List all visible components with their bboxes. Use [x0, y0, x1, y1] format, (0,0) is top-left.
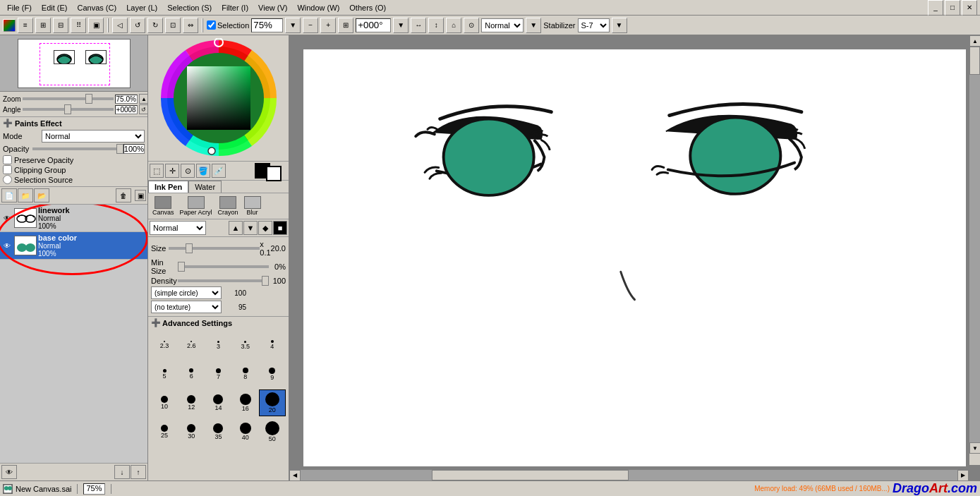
- dot-9[interactable]: 9: [259, 361, 286, 387]
- color-rgb-btn[interactable]: [3, 19, 16, 32]
- mode-select[interactable]: Normal: [42, 130, 145, 143]
- blend-mode-select[interactable]: Normal: [481, 18, 524, 32]
- density-slider[interactable]: [178, 279, 269, 282]
- view-btn1[interactable]: ≡: [18, 18, 33, 33]
- color-picker-indicator[interactable]: [208, 147, 215, 155]
- brush-shape-select[interactable]: (simple circle): [151, 286, 222, 299]
- brush-cat-crayon[interactable]: Crayon: [215, 195, 241, 217]
- v-scroll-down-btn[interactable]: ▼: [969, 442, 980, 454]
- stabilizer-select[interactable]: S-7: [578, 18, 610, 32]
- dot-35[interactable]: 35: [205, 418, 231, 442]
- dot-8[interactable]: 8: [232, 361, 259, 387]
- dot-10[interactable]: 10: [151, 389, 178, 416]
- window-minimize[interactable]: _: [928, 0, 943, 16]
- dot-16[interactable]: 16: [232, 389, 259, 416]
- selection-checkbox-label[interactable]: Selection: [207, 20, 249, 30]
- h-scroll-right-btn[interactable]: ▶: [957, 470, 969, 481]
- stabilizer-down-btn[interactable]: ▼: [612, 18, 627, 33]
- brush-texture-select[interactable]: (no texture): [151, 301, 222, 313]
- clipping-group-checkbox[interactable]: [3, 165, 12, 174]
- rotate-right[interactable]: ↻: [147, 18, 163, 33]
- v-scroll-up-btn[interactable]: ▲: [969, 35, 980, 47]
- view-btn2[interactable]: ⊞: [35, 18, 51, 33]
- bucket-tool-btn[interactable]: 🪣: [196, 164, 210, 178]
- brush-cat-paper[interactable]: Paper Acryl: [177, 195, 215, 217]
- layer-mode-btn[interactable]: ▣: [135, 190, 146, 201]
- h-scroll-left-btn[interactable]: ◀: [289, 470, 301, 481]
- canvas-area[interactable]: ▲ ▼ ◀ ▶: [289, 35, 980, 480]
- advanced-settings-header[interactable]: ➕ Advanced Settings: [151, 318, 286, 327]
- view-btn4[interactable]: ⠿: [71, 18, 86, 33]
- eyedrop-tool-btn[interactable]: 💉: [212, 164, 226, 178]
- menu-others[interactable]: Others (O): [345, 2, 390, 13]
- delete-layer-btn[interactable]: 🗑: [116, 188, 131, 202]
- layer-eye-linework[interactable]: 👁: [1, 212, 13, 224]
- blend-down-btn[interactable]: ▼: [526, 18, 541, 33]
- menu-view[interactable]: View (V): [254, 2, 291, 13]
- dot-2.6[interactable]: 2.6: [178, 332, 205, 358]
- canvas-settings[interactable]: ⊙: [464, 18, 479, 33]
- dot-50[interactable]: 50: [259, 418, 286, 442]
- dot-12[interactable]: 12: [178, 389, 205, 416]
- zoom-down-btn[interactable]: ▼: [285, 18, 301, 33]
- dot-6[interactable]: 6: [178, 361, 205, 387]
- menu-canvas[interactable]: Canvas (C): [73, 2, 121, 13]
- new-layer-btn[interactable]: 📄: [1, 188, 17, 202]
- menu-window[interactable]: Window (W): [293, 2, 344, 13]
- color-wheel-svg[interactable]: [159, 38, 279, 158]
- dot-5[interactable]: 5: [151, 361, 178, 387]
- view-fit[interactable]: ⊡: [165, 18, 181, 33]
- preserve-opacity-checkbox[interactable]: [3, 155, 12, 164]
- brush-shape-btn1[interactable]: ▲: [229, 221, 243, 235]
- zoom-plus-btn[interactable]: +: [320, 18, 336, 33]
- layer-item-basecolor[interactable]: 👁 base color Normal 100%: [0, 232, 147, 260]
- canvas-reset[interactable]: ⌂: [446, 18, 461, 33]
- menu-layer[interactable]: Layer (L): [122, 2, 162, 13]
- layer-down-btn[interactable]: ↓: [114, 465, 130, 479]
- canvas-flip-v[interactable]: ↕: [428, 18, 444, 33]
- brush-shape-btn3[interactable]: ◆: [258, 221, 272, 235]
- dot-25[interactable]: 25: [151, 418, 178, 442]
- dot-20[interactable]: 20: [259, 389, 286, 416]
- dot-30[interactable]: 30: [178, 418, 205, 442]
- size-slider[interactable]: [169, 247, 260, 250]
- dot-7[interactable]: 7: [205, 361, 231, 387]
- rotate-left[interactable]: ↺: [130, 18, 145, 33]
- menu-file[interactable]: File (F): [3, 2, 36, 13]
- tab-ink-pen[interactable]: Ink Pen: [148, 181, 188, 193]
- view-flip[interactable]: ⇔: [183, 18, 198, 33]
- menu-filter[interactable]: Filter (I): [217, 2, 253, 13]
- menu-edit[interactable]: Edit (E): [37, 2, 72, 13]
- dot-40[interactable]: 40: [232, 418, 259, 442]
- background-color[interactable]: [266, 166, 282, 181]
- window-maximize[interactable]: □: [945, 0, 960, 16]
- nav-back[interactable]: ◁: [112, 18, 128, 33]
- dot-4[interactable]: 4: [259, 332, 286, 358]
- layer-up-btn[interactable]: ↑: [131, 465, 146, 479]
- zoom-input[interactable]: [251, 18, 283, 32]
- zoom-slider[interactable]: [23, 97, 114, 100]
- brush-cat-blur[interactable]: Blur: [241, 195, 264, 217]
- view-btn5[interactable]: ▣: [88, 18, 104, 33]
- paints-effect-header[interactable]: ➕ Paints Effect: [3, 119, 145, 128]
- selection-source-radio[interactable]: [3, 175, 12, 184]
- canvas-flip-h[interactable]: ↔: [411, 18, 426, 33]
- new-layer-set-btn[interactable]: 📁: [18, 188, 33, 202]
- tab-water[interactable]: Water: [188, 181, 222, 193]
- angle-slider[interactable]: [23, 108, 114, 111]
- window-close[interactable]: ✕: [962, 0, 977, 16]
- move-tool-btn[interactable]: ✛: [165, 164, 179, 178]
- select-tool-btn[interactable]: ⬚: [150, 164, 164, 178]
- layer-visible-btn[interactable]: 👁: [1, 465, 17, 479]
- brush-cat-canvas[interactable]: Canvas: [150, 195, 177, 217]
- layer-folder-open-btn[interactable]: 📂: [34, 188, 49, 202]
- opacity-slider[interactable]: [32, 147, 123, 150]
- layer-item-linework[interactable]: 👁 linework Normal 100%: [0, 205, 147, 232]
- menu-selection[interactable]: Selection (S): [163, 2, 216, 13]
- dot-2.3[interactable]: 2.3: [151, 332, 178, 358]
- dot-3[interactable]: 3: [205, 332, 231, 358]
- h-scroll-thumb[interactable]: [432, 470, 629, 480]
- rotate-reset-btn[interactable]: ↺: [139, 104, 148, 114]
- min-size-slider[interactable]: [178, 265, 269, 268]
- brush-shape-btn2[interactable]: ▼: [243, 221, 258, 235]
